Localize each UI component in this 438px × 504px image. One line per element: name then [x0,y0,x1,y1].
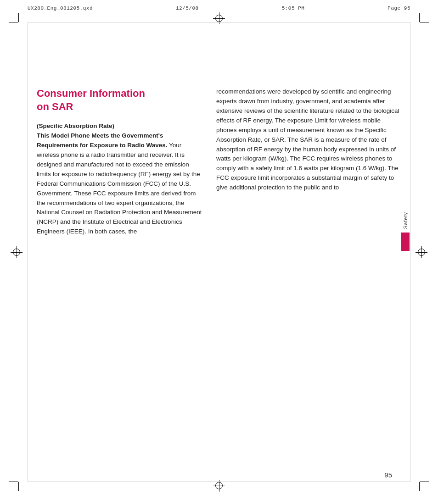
header-date: 12/5/08 [176,6,199,11]
page-border-right [410,22,410,482]
right-column: recommendations were developed by scient… [212,32,401,472]
side-label-text: Safety [403,212,408,229]
side-label-wrapper: Safety [401,212,410,251]
left-column: Consumer Information on SAR (Specific Ab… [37,32,212,472]
left-body-text: (Specific Absorption Rate) This Model Ph… [37,122,202,237]
header-bar: UX280_Eng_081205.qxd 12/5/08 5:05 PM Pag… [28,6,410,11]
crop-mark-br-h [420,482,429,482]
page-border-bottom [28,482,410,482]
crop-mark-tr-v [419,13,420,22]
side-label-bar [401,233,410,251]
header-filename: UX280_Eng_081205.qxd [28,6,93,11]
crop-mark-tl-v [18,13,19,22]
content-area: Consumer Information on SAR (Specific Ab… [37,32,401,472]
registration-bottom [215,482,223,489]
crop-mark-br-v [419,482,420,491]
page-number: 95 [384,471,392,479]
sar-abbrev: (Specific Absorption Rate) This Model Ph… [37,122,168,149]
section-title-line1: Consumer Information [37,88,145,99]
registration-left [13,249,20,256]
right-body-text: recommendations were developed by scient… [216,87,401,193]
page-border-left [28,22,28,482]
registration-top [215,15,223,22]
section-title: Consumer Information on SAR [37,87,202,113]
section-title-line2: on SAR [37,101,73,112]
page: UX280_Eng_081205.qxd 12/5/08 5:05 PM Pag… [0,0,438,504]
registration-right [418,249,425,256]
header-page: Page 95 [387,6,410,11]
crop-mark-tl-h [9,22,18,22]
crop-mark-bl-v [18,482,19,491]
header-time: 5:05 PM [282,6,305,11]
page-border-top [28,22,410,22]
crop-mark-tr-h [420,22,429,22]
crop-mark-bl-h [9,482,18,482]
